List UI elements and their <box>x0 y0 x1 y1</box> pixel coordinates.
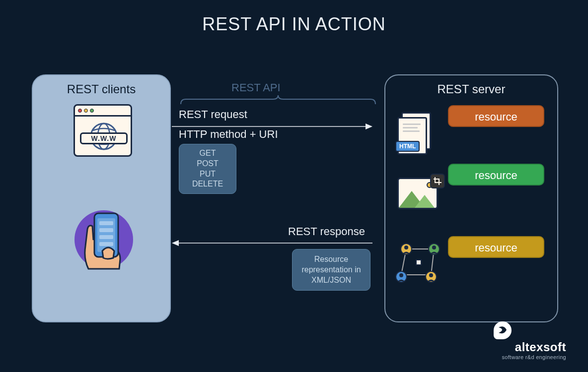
svg-marker-12 <box>172 240 179 246</box>
svg-point-21 <box>429 273 433 277</box>
resource-pill-users: resource <box>448 236 544 258</box>
image-file-icon <box>397 178 441 212</box>
clients-heading: REST clients <box>33 82 170 96</box>
user-avatar-icon <box>428 243 440 255</box>
http-method: GET <box>182 148 233 159</box>
svg-marker-10 <box>366 124 372 129</box>
svg-point-20 <box>399 273 403 277</box>
user-avatar-icon <box>395 271 407 283</box>
brace-icon <box>179 94 377 105</box>
svg-rect-7 <box>99 235 113 239</box>
traffic-light-red-icon <box>78 109 82 113</box>
browser-icon: W.W.W <box>74 104 132 157</box>
http-method: PUT <box>182 169 233 180</box>
svg-point-18 <box>404 246 408 249</box>
brand-logo: altexsoft software r&d engineering <box>502 340 567 360</box>
rest-api-label: REST API <box>231 81 281 94</box>
html-badge: HTML <box>395 141 420 152</box>
browser-window-icon: W.W.W <box>74 104 132 157</box>
users-network-icon <box>395 243 445 283</box>
arrow-left-icon <box>172 238 372 248</box>
representation-box: Resource representation in XML/JSON <box>292 249 370 291</box>
svg-rect-17 <box>416 260 421 265</box>
html-document-icon: HTML <box>397 112 432 155</box>
resource-pill-image: resource <box>448 164 544 186</box>
rest-server-panel: REST server resource HTML resource resou… <box>384 74 558 322</box>
request-label: REST request <box>179 108 247 121</box>
svg-rect-8 <box>99 242 113 246</box>
http-method-uri-label: HTTP method + URI <box>179 128 278 141</box>
user-avatar-icon <box>400 243 412 255</box>
traffic-light-yellow-icon <box>84 109 88 113</box>
logo-name: altexsoft <box>502 340 567 354</box>
logo-tagline: software r&d engineering <box>502 354 567 360</box>
page-title: REST API IN ACTION <box>0 14 588 35</box>
response-label: REST response <box>288 225 365 238</box>
resource-pill-html: resource <box>448 105 544 127</box>
svg-rect-6 <box>99 228 113 232</box>
svg-point-19 <box>432 246 436 249</box>
logo-bubble-icon <box>494 321 512 339</box>
rest-clients-panel: REST clients W.W.W <box>32 74 171 322</box>
server-heading: REST server <box>385 82 557 96</box>
traffic-light-green-icon <box>90 109 94 113</box>
svg-rect-5 <box>99 221 113 225</box>
user-avatar-icon <box>425 271 437 283</box>
www-label: W.W.W <box>80 132 128 144</box>
http-methods-box: GET POST PUT DELETE <box>179 144 236 194</box>
http-method: POST <box>182 159 233 169</box>
crop-icon <box>430 174 445 188</box>
phone-in-hand-icon <box>74 204 133 274</box>
http-method: DELETE <box>182 179 233 189</box>
